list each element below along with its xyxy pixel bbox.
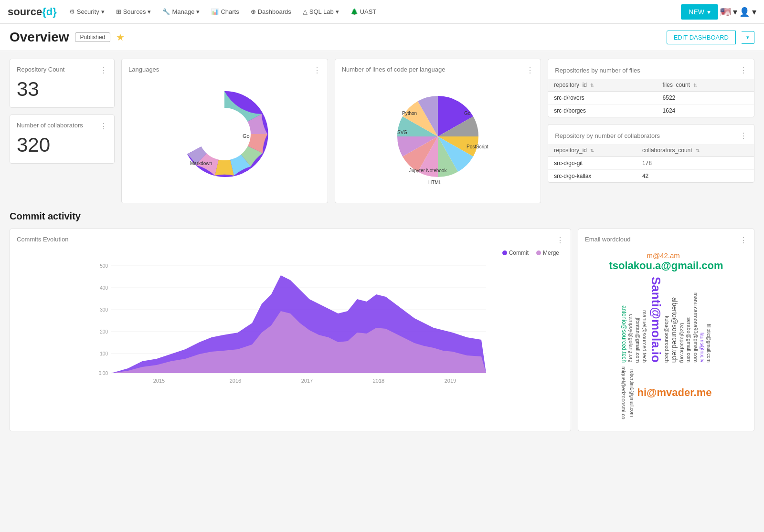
nav-security-arrow: ▾ [101, 8, 105, 15]
svg-text:400: 400 [100, 285, 108, 291]
repo-count-menu[interactable]: ⋮ [100, 66, 107, 75]
svg-text:Python: Python [402, 111, 417, 116]
navbar: source{d} ⚙ Security ▾ ⊞ Sources ▾ 🔧 Man… [0, 0, 764, 24]
repo-count-card: Repository Count ⋮ 33 [10, 59, 115, 108]
edit-dashboard-dropdown[interactable]: ▾ [742, 31, 754, 44]
merge-dot [536, 250, 541, 255]
word-campoy: campoy@golang.org [628, 314, 634, 363]
svg-text:SVG: SVG [397, 130, 407, 135]
left-stat-col: Repository Count ⋮ 33 Number of collabor… [10, 59, 115, 203]
nav-sqllab-arrow: ▾ [336, 8, 339, 15]
word-tsolakou: tsolakou.a@gmail.com [609, 260, 723, 271]
table-row: src-d/borges1624 [548, 104, 754, 117]
right-col: Repositories by number of files ⋮ reposi… [548, 59, 754, 203]
wordcloud-card: Email wordcloud ⋮ m@42.am tsolakou.a@gma… [578, 229, 754, 431]
nav-uast[interactable]: 🌲 UAST [346, 5, 382, 18]
sqllab-icon: △ [303, 8, 308, 15]
repos-files-col1[interactable]: repository_id ⇅ [548, 79, 657, 92]
flag-icon[interactable]: 🇺🇸 ▾ [720, 7, 737, 17]
col2-sort-icon: ⇅ [693, 83, 697, 88]
svg-text:2018: 2018 [373, 378, 384, 384]
repos-collabs-title: Repository by number of collaborators [555, 132, 660, 139]
repos-files-menu[interactable]: ⋮ [740, 66, 747, 75]
svg-text:300: 300 [100, 307, 108, 313]
new-button[interactable]: NEW ▾ [681, 4, 718, 20]
nav-manage[interactable]: 🔧 Manage ▾ [158, 5, 204, 18]
word-robertlini: robertlini1@gmail.com [629, 369, 635, 417]
page-title: Overview [10, 30, 69, 45]
word-alberto: alberto@sourced.tech [671, 297, 679, 363]
repos-collabs-col2[interactable]: collaborators_count ⇅ [637, 144, 754, 157]
nav-sources-arrow: ▾ [148, 8, 151, 15]
uast-icon: 🌲 [350, 8, 358, 15]
commit-activity-title: Commit activity [10, 211, 754, 222]
word-lauris: lauris@nix.lv [700, 333, 705, 363]
svg-text:500: 500 [100, 263, 108, 269]
svg-text:0.00: 0.00 [99, 371, 108, 376]
repos-collabs-col1[interactable]: repository_id ⇅ [548, 144, 637, 157]
svg-text:200: 200 [100, 329, 108, 334]
repo-name: src-d/borges [548, 104, 657, 117]
commits-menu[interactable]: ⋮ [556, 236, 564, 245]
wordcloud-menu[interactable]: ⋮ [740, 236, 747, 245]
repos-files-col2[interactable]: files_count ⇅ [657, 79, 754, 92]
col1-sort-icon: ⇅ [590, 83, 594, 88]
nav-security-label: Security [77, 8, 99, 15]
collaborators-menu[interactable]: ⋮ [100, 122, 107, 131]
word-miguel: miguel@erizocosmi.co [621, 366, 626, 419]
collabs-count: 178 [637, 157, 754, 170]
lines-title: Number of lines of code per language [342, 66, 446, 73]
wordcloud-content: m@42.am tsolakou.a@gmail.com antonio@sou… [585, 247, 747, 424]
nav-charts-label: Charts [221, 8, 239, 15]
nav-dashboards[interactable]: ⊕ Dashboards [246, 5, 296, 18]
chart-legend: Commit Merge [17, 247, 564, 256]
repos-collabs-table: repository_id ⇅ collaborators_count ⇅ sr… [548, 144, 754, 182]
repo-count-title: Repository Count [17, 66, 64, 73]
collabs-col1-sort-icon: ⇅ [590, 148, 594, 153]
nav-sources-label: Sources [123, 8, 146, 15]
svg-text:2016: 2016 [230, 378, 241, 384]
word-kuba: kuba@sourced.tech [664, 316, 670, 363]
languages-menu[interactable]: ⋮ [313, 66, 321, 75]
svg-text:Go: Go [243, 133, 250, 139]
security-icon: ⚙ [69, 8, 75, 15]
svg-text:HTML: HTML [428, 180, 442, 185]
languages-donut: Go Markdown [128, 77, 321, 191]
table-row: src-d/go-git178 [548, 157, 754, 170]
files-count: 6522 [657, 92, 754, 104]
lines-card: Number of lines of code per language ⋮ [335, 59, 541, 203]
logo[interactable]: source{d} [8, 6, 57, 18]
languages-card: Languages ⋮ [121, 59, 328, 203]
sources-icon: ⊞ [116, 8, 121, 15]
nav-manage-arrow: ▾ [196, 8, 200, 15]
nav-sqllab[interactable]: △ SQL Lab ▾ [298, 5, 344, 18]
nav-dashboards-label: Dashboards [258, 8, 291, 15]
word-manuel: manuel@sourced.tech [642, 310, 647, 363]
word-santi-large: Santi@mola.io [648, 277, 663, 363]
bottom-row: Commits Evolution ⋮ Commit Merge [10, 229, 754, 431]
nav-charts[interactable]: 📊 Charts [206, 5, 244, 18]
collaborators-value: 320 [17, 134, 107, 156]
lines-menu[interactable]: ⋮ [526, 66, 534, 75]
collabs-count: 42 [637, 170, 754, 183]
svg-text:2019: 2019 [445, 378, 456, 384]
nav-security[interactable]: ⚙ Security ▾ [64, 5, 109, 18]
table-row: src-d/go-kallax42 [548, 170, 754, 183]
commit-label: Commit [509, 250, 529, 256]
svg-text:2017: 2017 [301, 378, 313, 384]
user-icon[interactable]: 👤 ▾ [739, 7, 756, 17]
nav-uast-label: UAST [360, 8, 377, 15]
merge-label: Merge [543, 250, 559, 256]
charts-icon: 📊 [211, 8, 219, 15]
nav-sources[interactable]: ⊞ Sources ▾ [111, 5, 156, 18]
edit-dashboard-button[interactable]: EDIT DASHBOARD [667, 31, 736, 44]
languages-title: Languages [128, 66, 159, 73]
word-bzz: bzz@apache.org [679, 323, 685, 363]
repos-collabs-menu[interactable]: ⋮ [740, 131, 747, 140]
repos-files-card: Repositories by number of files ⋮ reposi… [548, 59, 754, 117]
published-badge: Published [75, 32, 111, 42]
page-header: Overview Published ★ EDIT DASHBOARD ▾ [0, 24, 764, 51]
files-count: 1624 [657, 104, 754, 117]
star-icon[interactable]: ★ [116, 31, 125, 43]
commits-chart-title: Commits Evolution [17, 236, 68, 243]
